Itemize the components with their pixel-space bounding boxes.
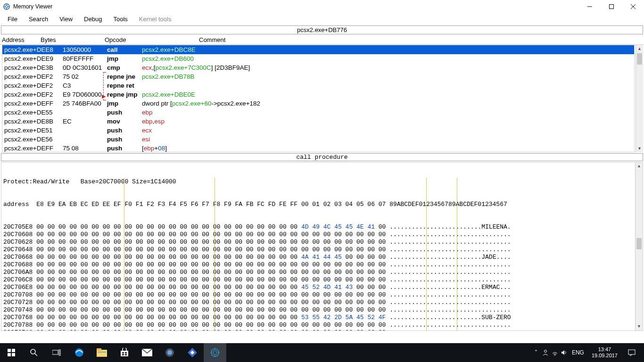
hex-row[interactable]: 20C70668 00 00 00 00 00 00 00 00 00 00 0… bbox=[3, 254, 633, 261]
disasm-row[interactable]: pcsx2.exe+DE8BECmovebp,esp bbox=[2, 117, 634, 126]
hex-address: 20C70668 bbox=[3, 254, 36, 261]
disasm-operands: ebp,esp bbox=[142, 117, 632, 126]
hex-address: 20C70768 bbox=[3, 314, 36, 321]
disasm-row[interactable]: pcsx2.exe+DEF2C3repne ret bbox=[2, 81, 634, 90]
start-button[interactable] bbox=[0, 343, 23, 362]
menu-debug[interactable]: Debug bbox=[79, 15, 107, 24]
disasm-bytes: 13050000 bbox=[63, 45, 107, 54]
header-address[interactable]: Address bbox=[2, 36, 41, 43]
menu-view[interactable]: View bbox=[55, 15, 77, 24]
taskbar-mail-icon[interactable] bbox=[136, 343, 158, 362]
menu-file[interactable]: File bbox=[3, 15, 22, 24]
header-bytes[interactable]: Bytes bbox=[41, 36, 105, 43]
taskbar-explorer-icon[interactable] bbox=[91, 343, 113, 362]
disasm-bytes: C3 bbox=[63, 81, 107, 90]
svg-rect-17 bbox=[59, 349, 61, 351]
hex-row[interactable]: 20C70688 00 00 00 00 00 00 00 00 00 00 0… bbox=[3, 261, 633, 269]
svg-point-41 bbox=[554, 355, 555, 356]
taskbar-store-icon[interactable] bbox=[113, 343, 136, 362]
tray-volume-icon[interactable] bbox=[560, 343, 569, 362]
scroll-up-icon[interactable]: ▲ bbox=[636, 163, 643, 170]
tray-network-icon[interactable] bbox=[550, 343, 560, 362]
hex-guide-2 bbox=[215, 178, 215, 330]
disasm-operands: pcsx2.exe+DBC8E bbox=[142, 45, 632, 54]
hex-row[interactable]: 20C70768 00 00 00 00 00 00 00 00 00 00 0… bbox=[3, 314, 633, 321]
hex-status-line: Protect:Read/Write Base=20C70000 Size=1C… bbox=[3, 178, 633, 186]
hex-row[interactable]: 20C70708 00 00 00 00 00 00 00 00 00 00 0… bbox=[3, 291, 633, 299]
hex-scrollbar[interactable]: ▲ ▼ bbox=[635, 163, 643, 330]
svg-rect-27 bbox=[122, 354, 124, 355]
search-button[interactable] bbox=[23, 343, 45, 362]
hex-row[interactable]: 20C70728 00 00 00 00 00 00 00 00 00 00 0… bbox=[3, 299, 633, 306]
menu-tools[interactable]: Tools bbox=[108, 15, 132, 24]
disasm-address: pcsx2.exe+DEFF bbox=[4, 99, 63, 108]
header-comment[interactable]: Comment bbox=[199, 36, 642, 43]
disasm-scrollbar[interactable]: ▲ ▼ bbox=[636, 45, 643, 152]
disasm-address: pcsx2.exe+DEE8 bbox=[4, 45, 63, 54]
scroll-thumb[interactable] bbox=[637, 53, 642, 65]
minimize-button[interactable] bbox=[579, 0, 601, 13]
disasm-row[interactable]: pcsx2.exe+DEFF75 08push[ebp+08] bbox=[2, 144, 634, 152]
hex-row[interactable]: 20C707A8 00 00 00 00 00 00 00 00 00 00 0… bbox=[3, 329, 633, 330]
disasm-bytes bbox=[63, 126, 107, 135]
taskbar-app1-icon[interactable] bbox=[158, 343, 181, 362]
hex-address: 20C706A8 bbox=[3, 269, 36, 276]
svg-rect-13 bbox=[12, 353, 15, 356]
hex-row[interactable]: 20C70608 00 00 00 00 00 00 00 00 00 00 0… bbox=[3, 231, 633, 239]
svg-rect-23 bbox=[98, 352, 106, 353]
hex-row[interactable]: 20C705E8 00 00 00 00 00 00 00 00 00 00 0… bbox=[3, 223, 633, 231]
disasm-address: pcsx2.exe+DE3B bbox=[4, 63, 63, 72]
hex-row[interactable]: 20C70748 00 00 00 00 00 00 00 00 00 00 0… bbox=[3, 306, 633, 314]
disasm-row[interactable]: pcsx2.exe+DEF2E9 7D060000repne jmppcsx2.… bbox=[2, 90, 634, 99]
disasm-address: pcsx2.exe+DEFF bbox=[4, 144, 63, 152]
titlebar: Memory Viewer bbox=[0, 0, 644, 13]
svg-point-35 bbox=[213, 351, 217, 354]
hex-row[interactable]: 20C70628 00 00 00 00 00 00 00 00 00 00 0… bbox=[3, 239, 633, 246]
scroll-down-icon[interactable]: ▼ bbox=[636, 145, 643, 152]
disasm-row[interactable]: pcsx2.exe+DEE980FEFFFFjmppcsx2.exe+DB600 bbox=[2, 54, 634, 63]
svg-rect-28 bbox=[125, 354, 127, 355]
taskbar-edge-icon[interactable] bbox=[68, 343, 91, 362]
maximize-button[interactable] bbox=[601, 0, 622, 13]
tray-date: 19.09.2017 bbox=[592, 353, 618, 359]
menu-kernel-tools[interactable]: Kernel tools bbox=[134, 15, 176, 24]
close-button[interactable] bbox=[622, 0, 644, 13]
header-opcode[interactable]: Opcode bbox=[105, 36, 199, 43]
disasm-row[interactable]: pcsx2.exe+DE3B0D 0C301601cmpecx,[pcsx2.e… bbox=[2, 63, 634, 72]
hex-ascii: ................................. bbox=[389, 261, 511, 268]
hex-row[interactable]: 20C70648 00 00 00 00 00 00 00 00 00 00 0… bbox=[3, 246, 633, 254]
disasm-bytes: E9 7D060000 bbox=[63, 90, 107, 99]
disasm-row[interactable]: pcsx2.exe+DE55pushebp bbox=[2, 108, 634, 117]
hex-guide-1 bbox=[124, 178, 124, 330]
tray-clock[interactable]: 13:47 19.09.2017 bbox=[587, 346, 622, 359]
hex-row[interactable]: 20C70788 00 00 00 00 00 00 00 00 00 00 0… bbox=[3, 321, 633, 329]
hex-ascii: ................................. bbox=[389, 269, 511, 276]
hex-ascii: ................................. bbox=[389, 231, 511, 238]
scroll-down-icon[interactable]: ▼ bbox=[636, 323, 643, 330]
disasm-row[interactable]: pcsx2.exe+DE51pushecx bbox=[2, 126, 634, 135]
disasm-row[interactable]: pcsx2.exe+DEE813050000callpcsx2.exe+DBC8… bbox=[2, 45, 634, 54]
current-location-banner: pcsx2.exe+DB776 bbox=[1, 25, 643, 34]
disasm-address: pcsx2.exe+DEE9 bbox=[4, 54, 63, 63]
taskbar-app2-icon[interactable] bbox=[181, 343, 204, 362]
menu-search[interactable]: Search bbox=[24, 15, 53, 24]
hex-dump-pane[interactable]: Protect:Read/Write Base=20C70000 Size=1C… bbox=[1, 162, 643, 331]
task-view-button[interactable] bbox=[45, 343, 68, 362]
taskbar-cheat-engine-icon[interactable] bbox=[204, 343, 226, 362]
hex-row[interactable]: 20C706E8 00 00 00 00 00 00 00 00 00 00 0… bbox=[3, 284, 633, 291]
hex-row[interactable]: 20C706C8 00 00 00 00 00 00 00 00 00 00 0… bbox=[3, 276, 633, 284]
disasm-row[interactable]: pcsx2.exe+DEF275 02repne jnepcsx2.exe+DB… bbox=[2, 72, 634, 81]
tray-language[interactable]: ENG bbox=[569, 349, 587, 356]
disasm-row[interactable]: pcsx2.exe+DEFF25 746BFA00jmpdword ptr [p… bbox=[2, 99, 634, 108]
hex-address: 20C705E8 bbox=[3, 223, 36, 230]
hex-ascii: ................................. bbox=[389, 321, 511, 329]
tray-chevron-icon[interactable]: ˄ bbox=[531, 343, 541, 362]
tray-people-icon[interactable] bbox=[541, 343, 550, 362]
scroll-up-icon[interactable]: ▲ bbox=[636, 45, 643, 52]
scroll-thumb[interactable] bbox=[636, 238, 642, 249]
hex-row[interactable]: 20C706A8 00 00 00 00 00 00 00 00 00 00 0… bbox=[3, 269, 633, 276]
tray-notifications-icon[interactable] bbox=[622, 343, 641, 362]
disassembly-pane[interactable]: ▶ pcsx2.exe+DEE813050000callpcsx2.exe+DB… bbox=[2, 45, 635, 152]
svg-rect-19 bbox=[59, 354, 61, 355]
disasm-row[interactable]: pcsx2.exe+DE56pushesi bbox=[2, 135, 634, 144]
